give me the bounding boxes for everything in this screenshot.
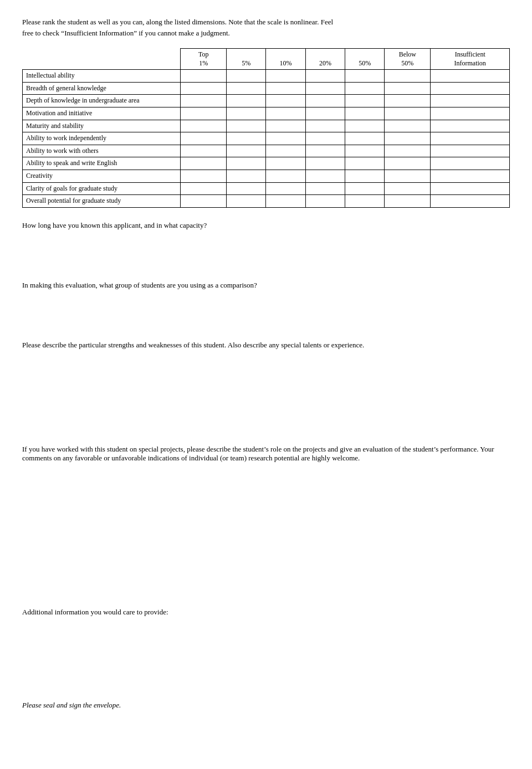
table-cell-8-2[interactable] — [266, 170, 305, 182]
table-cell-3-4[interactable] — [345, 107, 385, 120]
table-cell-7-1[interactable] — [227, 157, 266, 170]
table-cell-6-3[interactable] — [305, 145, 345, 157]
table-cell-6-5[interactable] — [385, 145, 431, 157]
table-cell-4-1[interactable] — [227, 120, 266, 132]
table-cell-6-1[interactable] — [227, 145, 266, 157]
question5-answer-space — [22, 622, 510, 689]
table-cell-2-4[interactable] — [345, 95, 385, 107]
table-cell-9-0[interactable] — [181, 182, 227, 195]
table-cell-3-0[interactable] — [181, 107, 227, 120]
table-cell-5-0[interactable] — [181, 132, 227, 145]
table-cell-0-0[interactable] — [181, 70, 227, 83]
table-row-label-9: Clarity of goals for graduate study — [23, 182, 181, 195]
intro-line2: free to check “Insufficient Information”… — [22, 29, 230, 37]
table-cell-6-0[interactable] — [181, 145, 227, 157]
question3-answer-space — [22, 355, 510, 433]
table-cell-0-3[interactable] — [305, 70, 345, 83]
table-cell-0-5[interactable] — [385, 70, 431, 83]
col-10: 10% — [266, 49, 305, 70]
question4-section: If you have worked with this student on … — [22, 445, 510, 596]
table-cell-4-4[interactable] — [345, 120, 385, 132]
table-cell-2-1[interactable] — [227, 95, 266, 107]
table-cell-10-0[interactable] — [181, 195, 227, 208]
table-cell-7-2[interactable] — [266, 157, 305, 170]
table-cell-0-4[interactable] — [345, 70, 385, 83]
table-cell-2-3[interactable] — [305, 95, 345, 107]
table-cell-7-3[interactable] — [305, 157, 345, 170]
table-cell-5-6[interactable] — [431, 132, 510, 145]
question4-text: If you have worked with this student on … — [22, 445, 510, 463]
table-cell-4-3[interactable] — [305, 120, 345, 132]
table-cell-9-5[interactable] — [385, 182, 431, 195]
table-cell-10-3[interactable] — [305, 195, 345, 208]
table-cell-10-6[interactable] — [431, 195, 510, 208]
table-row-label-4: Maturity and stability — [23, 120, 181, 132]
table-cell-0-1[interactable] — [227, 70, 266, 83]
table-cell-0-2[interactable] — [266, 70, 305, 83]
table-cell-10-4[interactable] — [345, 195, 385, 208]
table-cell-8-1[interactable] — [227, 170, 266, 182]
table-cell-7-5[interactable] — [385, 157, 431, 170]
table-cell-4-6[interactable] — [431, 120, 510, 132]
col-20: 20% — [305, 49, 345, 70]
table-cell-3-5[interactable] — [385, 107, 431, 120]
table-row-label-5: Ability to work independently — [23, 132, 181, 145]
table-cell-4-5[interactable] — [385, 120, 431, 132]
table-cell-10-5[interactable] — [385, 195, 431, 208]
table-cell-1-0[interactable] — [181, 82, 227, 95]
table-cell-1-2[interactable] — [266, 82, 305, 95]
table-cell-1-1[interactable] — [227, 82, 266, 95]
table-cell-2-0[interactable] — [181, 95, 227, 107]
table-row-label-0: Intellectual ability — [23, 70, 181, 83]
table-cell-3-3[interactable] — [305, 107, 345, 120]
table-cell-2-2[interactable] — [266, 95, 305, 107]
table-cell-7-6[interactable] — [431, 157, 510, 170]
table-cell-9-2[interactable] — [266, 182, 305, 195]
table-cell-3-1[interactable] — [227, 107, 266, 120]
table-cell-9-1[interactable] — [227, 182, 266, 195]
table-row-label-7: Ability to speak and write English — [23, 157, 181, 170]
table-cell-10-1[interactable] — [227, 195, 266, 208]
table-cell-5-1[interactable] — [227, 132, 266, 145]
table-cell-0-6[interactable] — [431, 70, 510, 83]
question5-text: Additional information you would care to… — [22, 608, 510, 617]
table-cell-3-2[interactable] — [266, 107, 305, 120]
table-cell-1-4[interactable] — [345, 82, 385, 95]
table-cell-4-0[interactable] — [181, 120, 227, 132]
col-50: 50% — [345, 49, 385, 70]
table-cell-9-4[interactable] — [345, 182, 385, 195]
table-cell-3-6[interactable] — [431, 107, 510, 120]
table-cell-6-6[interactable] — [431, 145, 510, 157]
table-cell-8-6[interactable] — [431, 170, 510, 182]
question5-section: Additional information you would care to… — [22, 608, 510, 689]
table-cell-8-5[interactable] — [385, 170, 431, 182]
question2-section: In making this evaluation, what group of… — [22, 281, 510, 329]
table-cell-9-3[interactable] — [305, 182, 345, 195]
table-cell-8-3[interactable] — [305, 170, 345, 182]
table-cell-9-6[interactable] — [431, 182, 510, 195]
table-cell-8-0[interactable] — [181, 170, 227, 182]
table-cell-8-4[interactable] — [345, 170, 385, 182]
question3-section: Please describe the particular strengths… — [22, 341, 510, 433]
table-cell-5-4[interactable] — [345, 132, 385, 145]
question4-answer-space — [22, 468, 510, 596]
table-cell-4-2[interactable] — [266, 120, 305, 132]
table-cell-6-4[interactable] — [345, 145, 385, 157]
table-cell-5-2[interactable] — [266, 132, 305, 145]
table-row-label-1: Breadth of general knowledge — [23, 82, 181, 95]
table-cell-7-0[interactable] — [181, 157, 227, 170]
question1-text: How long have you known this applicant, … — [22, 221, 510, 230]
ranking-table: Top1% 5% 10% 20% 50% Below50% Insufficie… — [22, 48, 510, 208]
table-cell-2-5[interactable] — [385, 95, 431, 107]
table-cell-6-2[interactable] — [266, 145, 305, 157]
intro-paragraph: Please rank the student as well as you c… — [22, 17, 510, 38]
table-cell-5-3[interactable] — [305, 132, 345, 145]
table-cell-1-6[interactable] — [431, 82, 510, 95]
table-cell-10-2[interactable] — [266, 195, 305, 208]
question1-answer-space — [22, 235, 510, 269]
table-cell-5-5[interactable] — [385, 132, 431, 145]
table-cell-2-6[interactable] — [431, 95, 510, 107]
table-cell-7-4[interactable] — [345, 157, 385, 170]
table-cell-1-3[interactable] — [305, 82, 345, 95]
table-cell-1-5[interactable] — [385, 82, 431, 95]
